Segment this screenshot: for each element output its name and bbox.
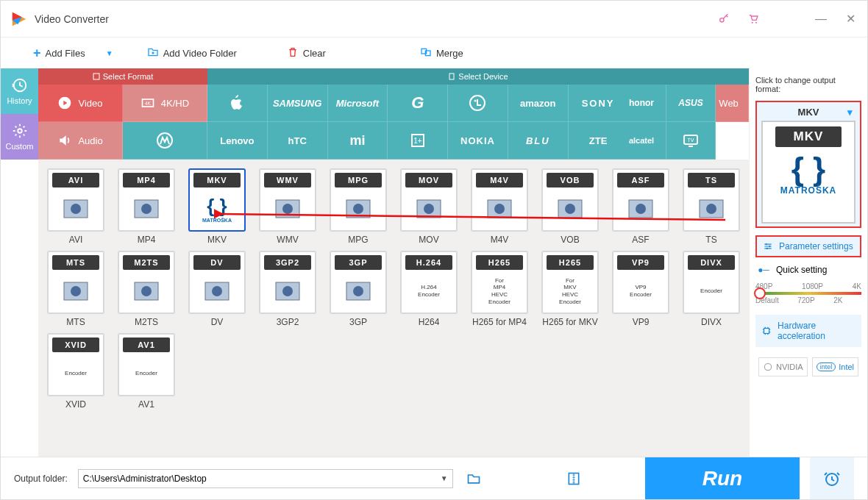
open-folder-button[interactable]: [463, 471, 484, 486]
category-header: Select Format Select Device: [38, 68, 749, 85]
format-mts[interactable]: MTSMTS: [44, 251, 107, 327]
quick-setting-label: ●─ Quick setting: [755, 265, 861, 275]
play-icon: [57, 96, 72, 110]
format-mov[interactable]: MOVMOV: [397, 168, 460, 245]
output-folder-input[interactable]: C:\Users\Administrator\Desktop ▼: [78, 469, 453, 488]
tv-icon: TV: [680, 132, 702, 149]
format-wmv[interactable]: WMVWMV: [256, 168, 319, 245]
quick-bullet-icon: ●─: [755, 265, 772, 275]
category-audio[interactable]: Audio: [38, 122, 123, 160]
format-avi[interactable]: AVIAVI: [44, 168, 107, 245]
close-button[interactable]: [844, 12, 857, 26]
svg-point-53: [766, 243, 767, 245]
format-3gp[interactable]: 3GP3GP: [327, 251, 390, 327]
apple-icon: [226, 94, 248, 112]
format-m4v[interactable]: M4VM4V: [468, 168, 531, 245]
format-3gp2[interactable]: 3GP23GP2: [256, 251, 319, 327]
brand-microsoft[interactable]: Microsoft: [328, 85, 388, 122]
chevron-down-icon[interactable]: ▼: [441, 474, 448, 482]
format-mkv[interactable]: MKV{ }MATROŠKAMKV: [185, 168, 249, 245]
custom-button[interactable]: Custom: [1, 114, 38, 160]
quality-slider[interactable]: 480P1080P4K Default720P2K: [755, 282, 861, 307]
sliders-icon: [763, 241, 773, 251]
plus-icon: +: [33, 46, 41, 61]
brand-honor[interactable]: honor: [617, 85, 666, 122]
svg-point-17: [474, 100, 477, 102]
gpu-row: NVIDIA intelIntel: [755, 354, 861, 379]
svg-point-40: [636, 204, 646, 214]
brand-htc[interactable]: hTC: [268, 122, 328, 160]
category-video[interactable]: Video: [38, 85, 123, 122]
minimize-button[interactable]: [814, 12, 828, 26]
brand-apple[interactable]: [207, 85, 268, 122]
format-grid: AVIAVIMP4MP4MKV{ }MATROŠKAMKVWMVWMVMPGMP…: [38, 160, 749, 457]
format-mpg[interactable]: MPGMPG: [327, 168, 390, 245]
merge-icon: [420, 46, 432, 60]
app-title: Video Converter: [35, 13, 717, 25]
svg-point-26: [71, 204, 81, 214]
chevron-down-icon[interactable]: ▼: [106, 49, 113, 57]
format-m2ts[interactable]: M2TSM2TS: [115, 251, 178, 327]
merge-button[interactable]: Merge: [414, 43, 469, 63]
format-dv[interactable]: DVDV: [185, 251, 249, 327]
output-format-name[interactable]: MKV: [760, 107, 857, 118]
format-ts[interactable]: TSTS: [680, 168, 743, 245]
output-format-selector[interactable]: MKV MKV { } MATROŠKA: [755, 101, 861, 228]
brand-xiaomi[interactable]: mi: [328, 122, 388, 160]
brand-alcatel[interactable]: alcatel: [617, 122, 666, 160]
brand-tv[interactable]: TV: [666, 122, 716, 160]
parameter-settings-button[interactable]: Parameter settings: [755, 235, 861, 257]
add-folder-button[interactable]: Add Video Folder: [141, 43, 243, 63]
nvidia-chip[interactable]: NVIDIA: [758, 357, 808, 376]
format-mp4[interactable]: MP4MP4: [115, 168, 178, 245]
brand-motorola[interactable]: [123, 122, 207, 160]
format-vob[interactable]: VOBVOB: [538, 168, 602, 245]
format-av1[interactable]: AV1EncoderAV1: [115, 333, 178, 410]
brand-samsung[interactable]: SAMSUNG: [268, 85, 328, 122]
format-divx[interactable]: DIVXEncoderDIVX: [680, 251, 743, 327]
clear-button[interactable]: Clear: [281, 43, 332, 63]
svg-point-3: [720, 18, 724, 21]
format-asf[interactable]: ASFASF: [609, 168, 672, 245]
brand-asus[interactable]: ASUS: [666, 85, 716, 122]
add-folder-label: Add Video Folder: [163, 48, 237, 59]
schedule-button[interactable]: [810, 457, 854, 500]
cart-icon[interactable]: [747, 12, 760, 26]
app-logo-icon: [11, 11, 27, 27]
compress-button[interactable]: [563, 471, 584, 486]
run-button[interactable]: Run: [645, 457, 800, 500]
key-icon[interactable]: [717, 12, 730, 26]
output-hint: Click to change output format:: [755, 76, 861, 93]
format-h265-for-mkv[interactable]: H265ForMKVHEVCEncoderH265 for MKV: [538, 251, 602, 327]
format-h265-for-mp4[interactable]: H265ForMP4HEVCEncoderH265 for MP4: [468, 251, 531, 327]
alarm-icon: [823, 470, 841, 488]
brand-google[interactable]: G: [388, 85, 448, 122]
category-4k[interactable]: 4K4K/HD: [123, 85, 207, 122]
svg-rect-10: [93, 74, 99, 79]
svg-rect-11: [449, 74, 454, 79]
brand-blu[interactable]: BLU: [508, 122, 569, 160]
gear-icon: [12, 123, 28, 139]
history-button[interactable]: History: [1, 68, 38, 114]
nvidia-icon: [763, 362, 773, 372]
intel-chip[interactable]: intelIntel: [812, 357, 858, 376]
svg-point-34: [424, 204, 434, 214]
svg-point-52: [353, 286, 363, 296]
brand-amazon[interactable]: amazon: [508, 85, 569, 122]
hardware-accel-toggle[interactable]: Hardware acceleration: [755, 315, 861, 347]
format-h264[interactable]: H.264H.264EncoderH264: [397, 251, 460, 327]
brand-lg[interactable]: [448, 85, 508, 122]
format-xvid[interactable]: XVIDEncoderXVID: [44, 333, 107, 410]
brand-nokia[interactable]: NOKIA: [448, 122, 508, 160]
speaker-icon: [57, 133, 72, 148]
slider-track[interactable]: [755, 292, 861, 295]
brand-lenovo[interactable]: Lenovo: [207, 122, 268, 160]
lg-icon: [466, 94, 488, 112]
format-vp9[interactable]: VP9VP9EncoderVP9: [609, 251, 672, 327]
svg-point-9: [18, 129, 22, 133]
add-files-button[interactable]: + Add Files ▼: [27, 43, 119, 64]
svg-point-32: [353, 204, 363, 214]
merge-label: Merge: [436, 48, 463, 59]
trash-icon: [287, 46, 299, 60]
brand-oneplus[interactable]: 1+: [388, 122, 448, 160]
